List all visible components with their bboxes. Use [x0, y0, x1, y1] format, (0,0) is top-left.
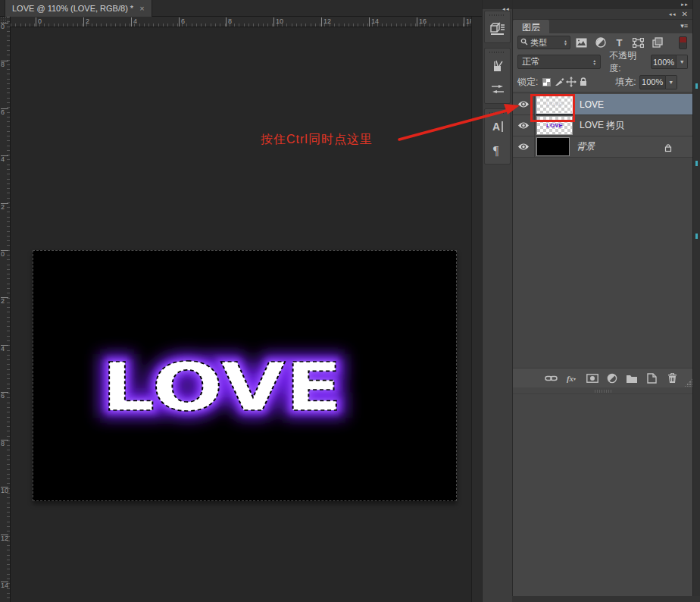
filter-type-combo[interactable]: 类型 ▲▼	[517, 36, 570, 49]
dock-group	[484, 48, 511, 104]
ruler-label: 8	[226, 17, 232, 27]
new-layer-icon[interactable]	[645, 372, 658, 385]
tutorial-annotation-text: 按住Ctrl同时点这里	[261, 132, 373, 148]
layer-thumbnail[interactable]	[536, 137, 570, 156]
tab-layers[interactable]: 图层	[513, 20, 549, 33]
ruler-ticks	[7, 17, 10, 602]
collapse-dock-icon[interactable]: ◄◄	[502, 7, 509, 11]
combo-spinner-icon: ▲▼	[564, 39, 567, 45]
select-spinner-icon: ▲▼	[592, 59, 596, 65]
ruler-label: 4	[131, 17, 137, 27]
opacity-label: 不透明度:	[609, 49, 647, 75]
ruler-label: 2	[1, 203, 8, 210]
love-text-artwork: LOVE LOVE LOVE LOVE	[33, 251, 456, 500]
link-layers-icon[interactable]	[544, 372, 558, 385]
panel-menu-icon[interactable]: ▾≡	[680, 22, 688, 30]
svg-text:A: A	[492, 121, 500, 133]
panel-group-header: ◄◄ ✕	[513, 9, 692, 20]
layer-thumbnail[interactable]: LOVE	[536, 95, 573, 114]
panel-resize-grip[interactable]	[684, 378, 692, 387]
lock-transparency-icon[interactable]	[541, 76, 552, 88]
layer-locked-icon	[664, 142, 672, 155]
layer-name[interactable]: LOVE 拷贝	[580, 119, 624, 132]
search-icon	[520, 38, 528, 47]
document-tab[interactable]: LOVE @ 110% (LOVE, RGB/8) * ×	[5, 0, 152, 17]
dock-header: ◄◄	[483, 0, 512, 9]
3d-panel-icon[interactable]	[486, 17, 510, 40]
type-layer-filter-icon[interactable]: T	[611, 36, 627, 49]
tool-presets-icon[interactable]	[486, 78, 510, 101]
ruler-label: 6	[1, 392, 8, 399]
edge-marker	[695, 83, 698, 89]
brush-presets-icon[interactable]	[486, 55, 510, 77]
layer-mask-icon[interactable]	[586, 372, 599, 385]
layer-style-fx-icon[interactable]: fx▾	[564, 372, 578, 385]
dock-grip[interactable]	[489, 13, 505, 17]
collapsed-panel-dock: ◄◄ A ¶	[482, 0, 512, 602]
lock-pixels-icon[interactable]	[553, 76, 564, 88]
ruler-label: 0	[36, 17, 42, 27]
close-panel-icon[interactable]: ✕	[682, 11, 688, 18]
smart-object-filter-icon[interactable]	[649, 36, 665, 49]
horizontal-ruler[interactable]: 024681012141618	[11, 17, 471, 27]
lock-all-icon[interactable]	[577, 76, 589, 88]
adjustment-layer-filter-icon[interactable]	[592, 36, 608, 49]
tab-close-icon[interactable]: ×	[139, 4, 144, 13]
fill-value[interactable]: 100%	[639, 75, 666, 89]
dock-grip[interactable]	[489, 111, 505, 114]
dock-top-strip: ►►	[513, 0, 692, 9]
layer-row-3[interactable]: 背景	[513, 136, 693, 158]
character-panel-icon[interactable]: A	[486, 115, 510, 138]
layer-visibility-eye-icon[interactable]	[513, 94, 535, 114]
shape-layer-filter-icon[interactable]	[630, 36, 646, 49]
layer-name[interactable]: 背景	[577, 140, 595, 153]
layers-panel-dock: ►► ◄◄ ✕ 图层 ▾≡ 类型 ▲▼ T 正常 ▲▼ 不透明度:	[512, 0, 692, 602]
document-canvas[interactable]: LOVE LOVE LOVE LOVE	[33, 250, 457, 501]
lock-position-icon[interactable]	[565, 76, 577, 88]
edge-marker	[695, 234, 698, 239]
ruler-label: 0	[1, 250, 8, 257]
filter-type-label: 类型	[530, 37, 547, 49]
thumbnail-love-text: LOVE	[546, 122, 563, 129]
adjustment-layer-icon[interactable]	[605, 372, 619, 385]
ruler-label: 2	[83, 17, 89, 27]
dock-group	[484, 11, 511, 43]
canvas-work-area[interactable]: LOVE LOVE LOVE LOVE	[11, 27, 471, 602]
layers-panel-body: 类型 ▲▼ T 正常 ▲▼ 不透明度: 100% ▼ 锁定: 填充:	[513, 33, 692, 92]
ruler-label: 18	[464, 17, 471, 27]
lock-row: 锁定: 填充: 100% ▼	[513, 72, 692, 92]
blend-mode-select[interactable]: 正常 ▲▼	[517, 55, 601, 69]
blend-mode-value: 正常	[522, 55, 540, 68]
vertical-ruler[interactable]: 0864202468101214	[0, 17, 11, 602]
layer-row-2[interactable]: LOVELOVE 拷贝	[513, 115, 693, 136]
opacity-value[interactable]: 100%	[651, 55, 677, 69]
ruler-label: 8	[1, 61, 8, 67]
layer-filtering-toggle[interactable]	[679, 36, 687, 49]
layer-filter-row: 类型 ▲▼ T	[513, 33, 692, 52]
layer-visibility-eye-icon[interactable]	[513, 115, 535, 136]
ruler-label: 6	[179, 17, 185, 27]
ruler-label: 4	[1, 345, 8, 352]
new-group-icon[interactable]	[625, 372, 639, 385]
expand-dock-icon[interactable]: ►►	[680, 0, 688, 9]
layer-thumbnail[interactable]: LOVE	[536, 116, 573, 135]
pixel-layer-filter-icon[interactable]	[573, 36, 589, 49]
document-scrollbar-track[interactable]	[471, 17, 482, 602]
window-bottom-edge	[512, 596, 700, 602]
ruler-label: 12	[1, 535, 8, 541]
thumbnail-love-text: LOVE	[546, 101, 563, 108]
dock-grip[interactable]	[489, 50, 505, 54]
panel-resize-strip[interactable]	[513, 387, 693, 394]
delete-layer-icon[interactable]	[665, 372, 679, 385]
paragraph-panel-icon[interactable]: ¶	[486, 139, 510, 161]
ruler-label: 14	[1, 582, 8, 588]
layer-visibility-eye-icon[interactable]	[513, 136, 535, 157]
ruler-corner	[0, 17, 10, 24]
opacity-dropdown-icon[interactable]: ▼	[677, 55, 688, 69]
layer-name[interactable]: LOVE	[580, 99, 604, 110]
fill-dropdown-icon[interactable]: ▼	[666, 75, 677, 89]
layer-row-1[interactable]: LOVELOVE	[513, 94, 693, 115]
collapse-panel-icon[interactable]: ◄◄	[668, 10, 676, 19]
ruler-label: 8	[1, 440, 8, 447]
marching-ants-selection: LOVE	[102, 348, 342, 426]
